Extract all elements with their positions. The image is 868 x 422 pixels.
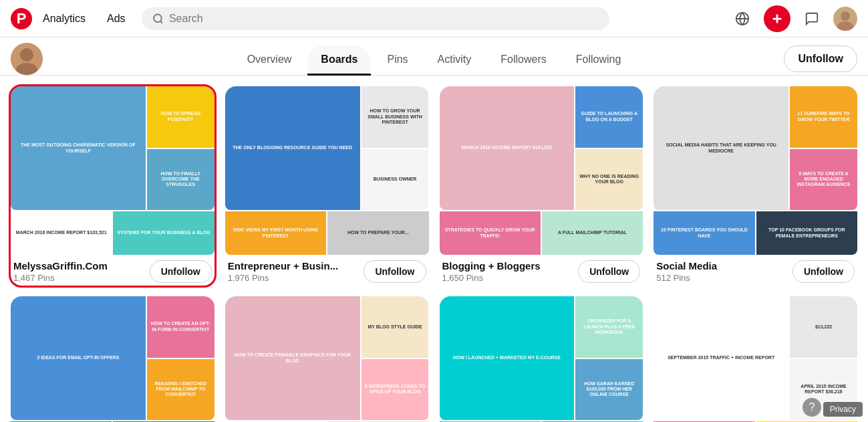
- board-unfollow-button[interactable]: Unfollow: [578, 260, 640, 283]
- board-tile-bottom: 10 PINTEREST BOARDS YOU SHOULD HAVE: [654, 211, 754, 255]
- board-tile-main: MARCH 2016 INCOME REPORT $103,521: [440, 86, 575, 210]
- board-mosaic: HOW I LAUNCHED + MARKETED MY E-COURSEORG…: [440, 296, 643, 420]
- main-nav: Analytics Ads: [37, 10, 131, 27]
- board-name: Entrepreneur + Busin...: [228, 260, 338, 272]
- board-tile-side: HOW TO CREATE AN OPT-IN FORM IN CONVERTK…: [147, 296, 214, 358]
- board-tile-side: WHY NO ONE IS READING YOUR BLOG: [575, 149, 643, 211]
- board-card[interactable]: MARCH 2016 INCOME REPORT $103,521GUIDE T…: [440, 86, 643, 286]
- board-tile-side: 6 WAYS TO CREATE A MORE ENGAGED INSTAGRA…: [790, 149, 857, 211]
- profile-unfollow-button[interactable]: Unfollow: [784, 45, 857, 72]
- board-tile-main: HOW I LAUNCHED + MARKETED MY E-COURSE: [440, 296, 575, 420]
- board-info: MelyssaGriffin.Com1,467 PinsUnfollow: [11, 255, 214, 286]
- tab-following[interactable]: Following: [563, 45, 635, 76]
- board-tile-main: HOW TO CREATE PINNABLE GRAPHICS FOR YOUR…: [225, 296, 360, 420]
- tab-followers[interactable]: Followers: [487, 45, 559, 76]
- board-unfollow-button[interactable]: Unfollow: [792, 260, 855, 283]
- messages-button[interactable]: [799, 5, 825, 32]
- board-tile-side: $13,222: [790, 296, 857, 358]
- board-mosaic-bottom: MARCH 2016 INCOME REPORT $103,521SYSTEMS…: [11, 211, 214, 255]
- board-name-wrap: Blogging + Bloggers1,650 Pins: [442, 260, 541, 283]
- board-name-wrap: MelyssaGriffin.Com1,467 Pins: [13, 260, 108, 283]
- board-info: Blogging + Bloggers1,650 PinsUnfollow: [440, 255, 643, 286]
- svg-point-6: [20, 48, 33, 62]
- board-unfollow-button[interactable]: Unfollow: [364, 260, 426, 283]
- svg-point-3: [841, 11, 850, 21]
- board-tile-bottom: SYSTEMS FOR YOUR BUSINESS & BLOG: [113, 211, 214, 255]
- board-pins-count: 1,976 Pins: [228, 273, 338, 283]
- board-mosaic: HOW TO CREATE PINNABLE GRAPHICS FOR YOUR…: [225, 296, 429, 420]
- chat-icon: [805, 11, 819, 26]
- help-button[interactable]: ?: [803, 398, 821, 417]
- board-tile-main: SEPTEMBER 2015 TRAFFIC + INCOME REPORT: [654, 296, 788, 420]
- header-actions: [729, 5, 857, 32]
- search-input[interactable]: [169, 13, 599, 25]
- main-header: P Analytics Ads: [0, 0, 868, 37]
- board-name-wrap: Entrepreneur + Busin...1,976 Pins: [228, 260, 338, 283]
- board-tile-side: ORGANIZED FOR A LAUNCH PLUS A FREE WORKB…: [575, 296, 643, 358]
- board-tile-side: HOW TO FINALLY OVERCOME THE STRUGGLES: [147, 149, 214, 211]
- board-tile-main: SOCIAL MEDIA HABITS THAT ARE KEEPING YOU…: [654, 86, 788, 210]
- board-name-wrap: Social Media512 Pins: [656, 260, 717, 283]
- tab-boards[interactable]: Boards: [307, 45, 371, 76]
- board-mosaic-bottom: 10 PINTEREST BOARDS YOU SHOULD HAVETOP 1…: [654, 211, 857, 255]
- profile-avatar[interactable]: [11, 43, 43, 75]
- nav-analytics[interactable]: Analytics: [37, 10, 91, 27]
- boards-section: THE MOST OUTGOING CHARISMATIC VERSION OF…: [0, 76, 868, 422]
- board-tile-bottom: 500K VIEWS MY FIRST MONTH USING PINTERES…: [225, 211, 326, 255]
- board-tile-bottom: HOW TO PREPARE YOUR...: [327, 211, 428, 255]
- tab-pins[interactable]: Pins: [374, 45, 421, 76]
- board-pins-count: 1,650 Pins: [442, 273, 541, 283]
- board-tile-bottom: MARCH 2016 INCOME REPORT $103,521: [11, 211, 112, 255]
- add-button[interactable]: [764, 5, 790, 32]
- board-tile-side: GUIDE TO LAUNCHING A BLOG ON A BUDGET: [575, 86, 643, 148]
- boards-grid-row2: 3 IDEAS FOR EMAIL OPT-IN OFFERSHOW TO CR…: [11, 296, 857, 422]
- board-card[interactable]: 3 IDEAS FOR EMAIL OPT-IN OFFERSHOW TO CR…: [11, 296, 214, 422]
- privacy-badge: Privacy: [823, 402, 863, 417]
- board-tile-side: HOW TO SPREAD POSITIVITY: [147, 86, 214, 148]
- search-icon: [152, 13, 164, 25]
- board-card[interactable]: THE ONLY BLOGGING RESOURCE GUIDE YOU NEE…: [225, 86, 429, 286]
- board-mosaic: THE MOST OUTGOING CHARISMATIC VERSION OF…: [11, 86, 214, 210]
- board-mosaic-bottom: STRATEGIES TO QUICKLY GROW YOUR TRAFFICA…: [440, 211, 643, 255]
- board-info: Social Media512 PinsUnfollow: [654, 255, 857, 286]
- board-tile-side: HOW TO GROW YOUR SMALL BUSINESS WITH PIN…: [361, 86, 429, 148]
- board-tile-side: 11 SUREFIRE WAYS TO GROW YOUR TWITTER: [790, 86, 857, 148]
- tab-overview[interactable]: Overview: [234, 45, 305, 76]
- plus-icon: [770, 11, 784, 26]
- tab-activity[interactable]: Activity: [424, 45, 485, 76]
- board-tile-main: 3 IDEAS FOR EMAIL OPT-IN OFFERS: [11, 296, 146, 420]
- board-name: Social Media: [656, 260, 717, 272]
- profile-tabs-bar: Overview Boards Pins Activity Followers …: [0, 37, 868, 76]
- board-mosaic: THE ONLY BLOGGING RESOURCE GUIDE YOU NEE…: [225, 86, 429, 210]
- board-tile-side: 9 WordPress Codes To Spice Up Your Blog: [361, 359, 429, 421]
- nav-ads[interactable]: Ads: [102, 10, 131, 27]
- boards-grid-row1: THE MOST OUTGOING CHARISMATIC VERSION OF…: [11, 86, 857, 286]
- board-card[interactable]: THE MOST OUTGOING CHARISMATIC VERSION OF…: [11, 86, 214, 286]
- board-mosaic-bottom: 500K VIEWS MY FIRST MONTH USING PINTERES…: [225, 211, 429, 255]
- globe-button[interactable]: [729, 5, 756, 32]
- search-bar[interactable]: [142, 7, 609, 30]
- board-tile-bottom: TOP 10 FACEBOOK GROUPS FOR FEMALE ENTREP…: [756, 211, 857, 255]
- board-unfollow-button[interactable]: Unfollow: [150, 260, 212, 283]
- pinterest-logo[interactable]: P: [11, 8, 32, 29]
- user-avatar[interactable]: [833, 7, 857, 31]
- board-mosaic: MARCH 2016 INCOME REPORT $103,521GUIDE T…: [440, 86, 643, 210]
- board-pins-count: 1,467 Pins: [13, 273, 108, 283]
- board-tile-bottom: A FULL MAILCHIMP TUTORIAL: [542, 211, 643, 255]
- board-card[interactable]: SOCIAL MEDIA HABITS THAT ARE KEEPING YOU…: [654, 86, 857, 286]
- board-mosaic: 3 IDEAS FOR EMAIL OPT-IN OFFERSHOW TO CR…: [11, 296, 214, 420]
- board-card[interactable]: HOW I LAUNCHED + MARKETED MY E-COURSEORG…: [440, 296, 643, 422]
- board-info: Entrepreneur + Busin...1,976 PinsUnfollo…: [225, 255, 429, 286]
- board-name: MelyssaGriffin.Com: [13, 260, 108, 272]
- board-tile-bottom: STRATEGIES TO QUICKLY GROW YOUR TRAFFIC: [440, 211, 541, 255]
- board-mosaic: SOCIAL MEDIA HABITS THAT ARE KEEPING YOU…: [654, 86, 857, 210]
- globe-icon: [735, 11, 750, 26]
- board-tile-main: THE ONLY BLOGGING RESOURCE GUIDE YOU NEE…: [225, 86, 360, 210]
- board-card[interactable]: HOW TO CREATE PINNABLE GRAPHICS FOR YOUR…: [225, 296, 429, 422]
- board-tile-side: HOW SARAH EARNED $100,000 FROM HER ONLIN…: [575, 359, 643, 421]
- board-tile-side: BUSINESS OWNER: [361, 149, 429, 211]
- board-tile-main: THE MOST OUTGOING CHARISMATIC VERSION OF…: [11, 86, 146, 210]
- board-tile-side: REASONS I SWITCHED FROM MAILCHIMP TO CON…: [147, 359, 214, 421]
- board-pins-count: 512 Pins: [656, 273, 717, 283]
- board-tile-side: MY BLOG STYLE GUIDE: [361, 296, 429, 358]
